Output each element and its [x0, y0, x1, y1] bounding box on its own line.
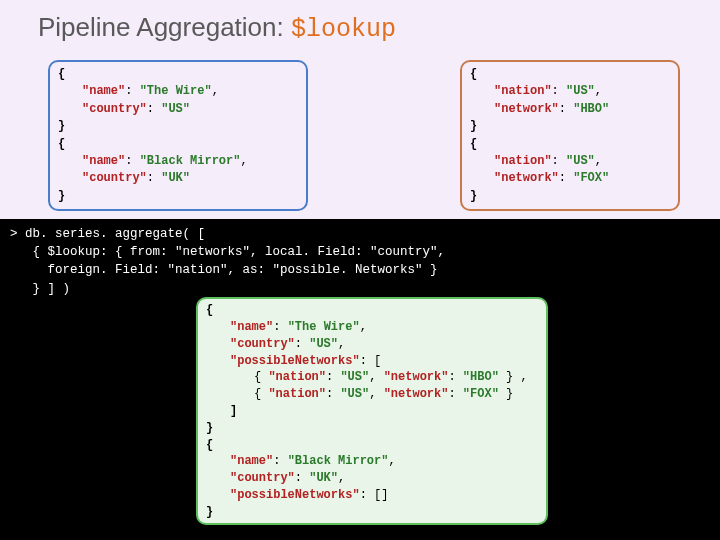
shell-line-1: > db. series. aggregate( [	[10, 225, 710, 243]
title-keyword: $lookup	[291, 15, 396, 44]
result-box: { "name": "The Wire", "country": "US", "…	[196, 297, 548, 525]
shell-line-2: { $lookup: { from: "networks", local. Fi…	[10, 243, 710, 261]
shell-line-4: } ] )	[10, 280, 710, 298]
input-collections-row: { "name": "The Wire", "country": "US" } …	[0, 60, 720, 211]
shell-line-3: foreign. Field: "nation", as: "possible.…	[10, 261, 710, 279]
slide-title: Pipeline Aggregation: $lookup	[0, 0, 720, 54]
networks-collection-box: { "nation": "US", "network": "HBO" } { "…	[460, 60, 680, 211]
shell-block: > db. series. aggregate( [ { $lookup: { …	[0, 219, 720, 540]
series-collection-box: { "name": "The Wire", "country": "US" } …	[48, 60, 308, 211]
title-prefix: Pipeline Aggregation:	[38, 12, 291, 42]
